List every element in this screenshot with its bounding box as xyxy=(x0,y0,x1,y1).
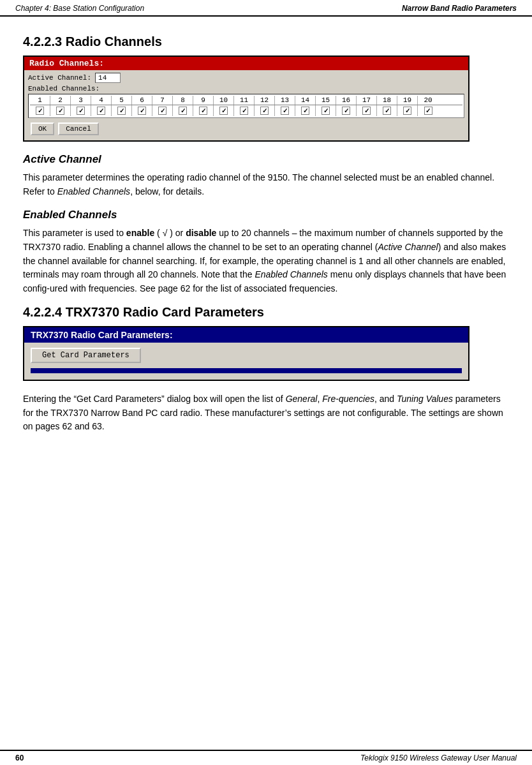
enabled-channels-body: This parameter is used to enable ( √ ) o… xyxy=(23,227,509,295)
ec-check: ( √ ) or xyxy=(154,228,186,238)
trx-body-prefix: Entering the “Get Card Parameters” dialo… xyxy=(23,394,286,404)
ch15: 15 xyxy=(316,96,336,105)
cb7-cell[interactable]: ✓ xyxy=(152,105,173,116)
cb15[interactable]: ✓ xyxy=(321,107,330,115)
cb13[interactable]: ✓ xyxy=(281,107,289,115)
trx-italic3: Tuning Values xyxy=(397,394,453,404)
cb16[interactable]: ✓ xyxy=(342,107,350,115)
section-422-4-body: Entering the “Get Card Parameters” dialo… xyxy=(23,392,509,434)
ch20: 20 xyxy=(418,96,438,105)
cb13-cell[interactable]: ✓ xyxy=(275,105,295,116)
dialog-content-area: Active Channel: 14 Enabled Channels: 1 2… xyxy=(24,70,468,140)
cb17[interactable]: ✓ xyxy=(362,107,371,115)
cb19-cell[interactable]: ✓ xyxy=(397,105,418,116)
cb4[interactable]: ✓ xyxy=(97,107,105,115)
cb11-cell[interactable]: ✓ xyxy=(234,105,255,116)
active-channel-heading: Active Channel xyxy=(23,153,509,166)
trx-italic1: General xyxy=(286,394,318,404)
cb7[interactable]: ✓ xyxy=(158,107,166,115)
ch5: 5 xyxy=(112,96,132,105)
cb3-cell[interactable]: ✓ xyxy=(71,105,91,116)
active-channel-label: Active Channel: xyxy=(28,74,91,82)
footer-title: Teklogix 9150 Wireless Gateway User Manu… xyxy=(360,754,517,762)
cb8-cell[interactable]: ✓ xyxy=(173,105,193,116)
page-footer: 60 Teklogix 9150 Wireless Gateway User M… xyxy=(0,750,532,765)
ch9: 9 xyxy=(193,96,214,105)
enabled-channels-label: Enabled Channels: xyxy=(28,85,464,93)
ch3: 3 xyxy=(71,96,91,105)
ec-bold1: enable xyxy=(126,228,154,238)
header-section: Narrow Band Radio Parameters xyxy=(402,4,517,13)
active-channel-text-suffix: , below, for details. xyxy=(130,186,204,197)
cb4-cell[interactable]: ✓ xyxy=(91,105,112,116)
trx-title-bar: TRX7370 Radio Card Parameters: xyxy=(24,327,468,343)
cb8[interactable]: ✓ xyxy=(179,107,187,115)
cb16-cell[interactable]: ✓ xyxy=(336,105,357,116)
cb2-cell[interactable]: ✓ xyxy=(50,105,71,116)
cb15-cell[interactable]: ✓ xyxy=(316,105,336,116)
cb5[interactable]: ✓ xyxy=(117,107,126,115)
trx-dialog: TRX7370 Radio Card Parameters: Get Card … xyxy=(23,326,469,381)
channel-numbers-row: 1 2 3 4 5 6 7 8 9 10 11 12 13 14 15 16 1 xyxy=(30,96,462,105)
cb1-cell[interactable]: ✓ xyxy=(30,105,50,116)
main-content: 4.2.2.3 Radio Channels Radio Channels: A… xyxy=(0,17,532,454)
active-channel-row: Active Channel: 14 xyxy=(28,73,464,83)
cb20-cell[interactable]: ✓ xyxy=(418,105,438,116)
cb9-cell[interactable]: ✓ xyxy=(193,105,214,116)
footer-page-number: 60 xyxy=(15,754,24,762)
ch10: 10 xyxy=(214,96,234,105)
get-card-params-button[interactable]: Get Card Parameters xyxy=(31,348,141,363)
ec-prefix: This parameter is used to xyxy=(23,228,126,238)
ch2: 2 xyxy=(50,96,71,105)
trx-and: , and xyxy=(374,394,397,404)
active-channel-body: This parameter determines the operating … xyxy=(23,171,509,198)
active-channel-input[interactable]: 14 xyxy=(95,73,121,83)
section-422-3-heading: 4.2.2.3 Radio Channels xyxy=(23,34,509,49)
dialog-buttons: OK Cancel xyxy=(28,121,464,138)
cb19[interactable]: ✓ xyxy=(403,107,411,115)
ch14: 14 xyxy=(295,96,316,105)
ch13: 13 xyxy=(275,96,295,105)
cb3[interactable]: ✓ xyxy=(77,107,85,115)
ec-italic2: Active Channel xyxy=(378,242,438,252)
cb5-cell[interactable]: ✓ xyxy=(112,105,132,116)
ch4: 4 xyxy=(91,96,112,105)
cb1[interactable]: ✓ xyxy=(36,107,44,115)
cb18-cell[interactable]: ✓ xyxy=(377,105,397,116)
cb6-cell[interactable]: ✓ xyxy=(132,105,152,116)
ch8: 8 xyxy=(173,96,193,105)
ch16: 16 xyxy=(336,96,357,105)
cb14[interactable]: ✓ xyxy=(301,107,309,115)
cb18[interactable]: ✓ xyxy=(383,107,391,115)
ch19: 19 xyxy=(397,96,418,105)
ec-bold2: disable xyxy=(186,228,216,238)
cb10[interactable]: ✓ xyxy=(219,107,228,115)
ok-button[interactable]: OK xyxy=(31,123,54,135)
cb11[interactable]: ✓ xyxy=(240,107,248,115)
cb2[interactable]: ✓ xyxy=(56,107,64,115)
ch17: 17 xyxy=(357,96,377,105)
section-422-4-heading: 4.2.2.4 TRX7370 Radio Card Parameters xyxy=(23,305,509,320)
checkboxes-row: ✓ ✓ ✓ ✓ ✓ ✓ ✓ ✓ ✓ ✓ ✓ ✓ ✓ ✓ ✓ ✓ ✓ xyxy=(30,105,462,116)
ec-italic3: Enabled Channels xyxy=(255,269,327,279)
trx-italic2: Fre-quencies xyxy=(322,394,374,404)
cb6[interactable]: ✓ xyxy=(138,107,146,115)
radio-channels-title: Radio Channels: xyxy=(24,57,468,70)
cb10-cell[interactable]: ✓ xyxy=(214,105,234,116)
cb14-cell[interactable]: ✓ xyxy=(295,105,316,116)
ch11: 11 xyxy=(234,96,255,105)
cb20[interactable]: ✓ xyxy=(424,107,432,115)
cancel-button[interactable]: Cancel xyxy=(58,123,99,135)
ch7: 7 xyxy=(152,96,173,105)
ch18: 18 xyxy=(377,96,397,105)
trx-content: Get Card Parameters xyxy=(24,343,468,380)
radio-channels-dialog: Radio Channels: Active Channel: 14 Enabl… xyxy=(23,56,469,142)
cb9[interactable]: ✓ xyxy=(199,107,207,115)
cb17-cell[interactable]: ✓ xyxy=(357,105,377,116)
ch6: 6 xyxy=(132,96,152,105)
active-channel-italic: Enabled Channels xyxy=(57,186,130,197)
header-chapter: Chapter 4: Base Station Configuration xyxy=(15,4,144,13)
cb12[interactable]: ✓ xyxy=(260,107,269,115)
cb12-cell[interactable]: ✓ xyxy=(255,105,275,116)
page-header: Chapter 4: Base Station Configuration Na… xyxy=(0,0,532,17)
